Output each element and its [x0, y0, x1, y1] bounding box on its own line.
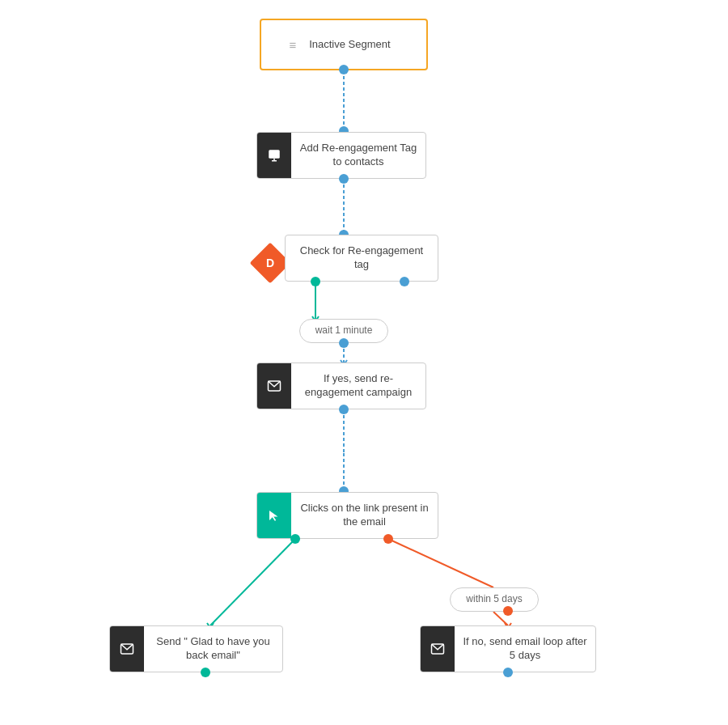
within-days-label: within 5 days [459, 590, 528, 609]
connector-dot-clicks-yes [290, 534, 300, 544]
email-icon-2 [110, 626, 144, 672]
inactive-segment-node[interactable]: ≡ Inactive Segment [260, 19, 428, 70]
svg-rect-9 [269, 150, 280, 159]
connector-dot-withindays [503, 606, 513, 616]
svg-line-6 [210, 539, 295, 625]
connector-dot-sendloop [503, 668, 513, 677]
email-icon-1 [257, 363, 291, 409]
connector-dot-5 [339, 338, 349, 348]
connector-dot-sendback [201, 668, 210, 677]
connector-dot-no [400, 277, 409, 286]
send-campaign-node[interactable]: If yes, send re-engagement campaign [256, 362, 426, 409]
send-loop-label: If no, send email loop after 5 days [455, 629, 595, 669]
workflow-canvas: ≡ Inactive Segment Add Re-engagement Tag… [0, 0, 728, 725]
svg-line-7 [388, 539, 493, 587]
clicks-link-node[interactable]: Clicks on the link present in the email [256, 492, 438, 539]
inactive-segment-label: Inactive Segment [301, 32, 398, 58]
email-icon-3 [421, 626, 455, 672]
send-campaign-label: If yes, send re-engagement campaign [291, 366, 425, 406]
send-back-node[interactable]: Send " Glad to have you back email" [109, 625, 283, 672]
connector-dot-yes [311, 277, 320, 286]
check-tag-label: Check for Re-engagement tag [286, 238, 438, 278]
connector-dot-6 [339, 405, 349, 414]
check-tag-node[interactable]: Check for Re-engagement tag [285, 235, 438, 282]
cursor-icon [257, 493, 291, 538]
send-back-label: Send " Glad to have you back email" [144, 629, 282, 669]
add-tag-label: Add Re-engagement Tag to contacts [291, 135, 425, 176]
within-days-node[interactable]: within 5 days [450, 587, 539, 612]
connector-dot-3 [339, 174, 349, 184]
send-loop-node[interactable]: If no, send email loop after 5 days [420, 625, 596, 672]
clicks-link-label: Clicks on the link present in the email [291, 495, 438, 536]
diamond-icon: D [256, 248, 285, 278]
connector-dot-1 [339, 65, 349, 74]
connector-dot-clicks-no [383, 534, 393, 544]
tag-icon [257, 133, 291, 178]
add-tag-node[interactable]: Add Re-engagement Tag to contacts [256, 132, 426, 179]
list-icon: ≡ [289, 38, 296, 52]
